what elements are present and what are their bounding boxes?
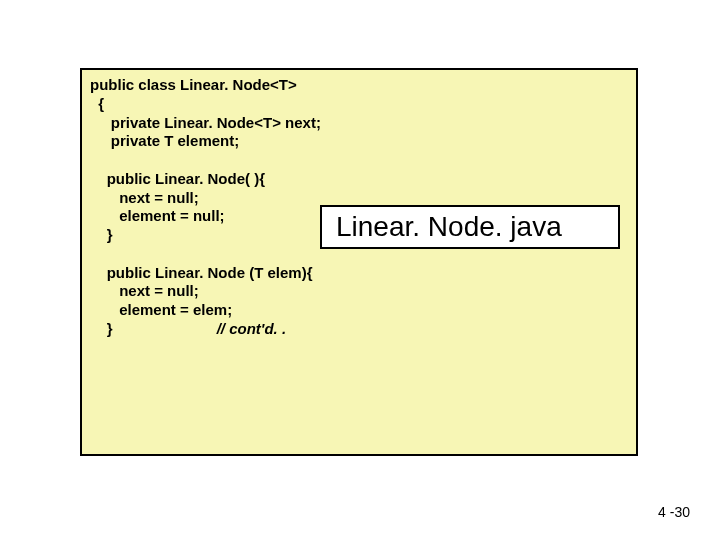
filename-label: Linear. Node. java	[336, 211, 562, 243]
page-number: 4 -30	[658, 504, 690, 520]
code-box: public class Linear. Node<T> { private L…	[80, 68, 638, 456]
code-line-4: private T element;	[90, 132, 239, 149]
code-line-2: {	[90, 95, 104, 112]
code-line-9: }	[90, 226, 113, 243]
code-line-13: element = elem;	[90, 301, 232, 318]
code-line-7: next = null;	[90, 189, 199, 206]
code-line-14a: }	[90, 320, 217, 337]
code-line-14b: // cont'd. .	[217, 320, 286, 337]
code-line-11: public Linear. Node (T elem){	[90, 264, 313, 281]
code-line-12: next = null;	[90, 282, 199, 299]
code-line-6: public Linear. Node( ){	[90, 170, 265, 187]
code-line-8: element = null;	[90, 207, 225, 224]
filename-label-box: Linear. Node. java	[320, 205, 620, 249]
code-line-1: public class Linear. Node<T>	[90, 76, 297, 93]
code-line-3: private Linear. Node<T> next;	[90, 114, 321, 131]
